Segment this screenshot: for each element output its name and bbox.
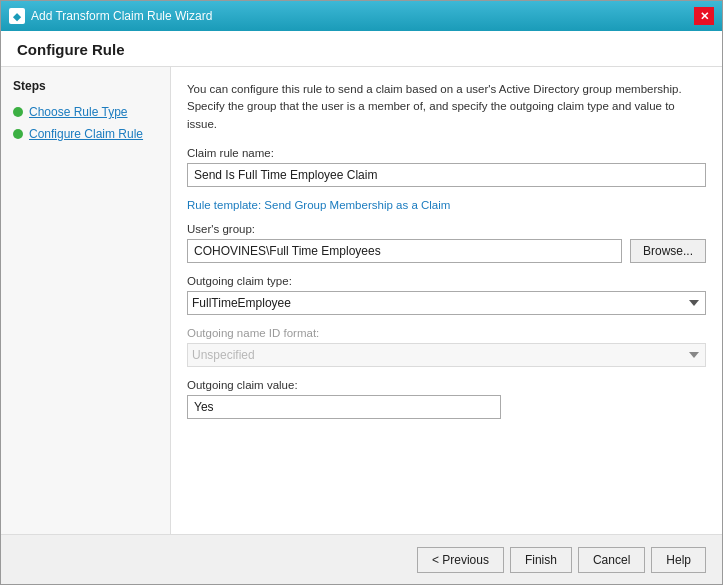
- app-icon: ◆: [9, 8, 25, 24]
- rule-template-prefix: Rule template:: [187, 199, 261, 211]
- outgoing-claim-value-group: Outgoing claim value:: [187, 379, 706, 419]
- title-bar: ◆ Add Transform Claim Rule Wizard ✕: [1, 1, 722, 31]
- outgoing-claim-type-select[interactable]: FullTimeEmployee: [187, 291, 706, 315]
- sidebar-item-label-configure-claim-rule: Configure Claim Rule: [29, 127, 143, 141]
- close-button[interactable]: ✕: [694, 7, 714, 25]
- page-title: Configure Rule: [17, 41, 706, 58]
- outgoing-name-id-format-select: Unspecified: [187, 343, 706, 367]
- rule-template-value: Send Group Membership as a Claim: [264, 199, 450, 211]
- claim-rule-name-label: Claim rule name:: [187, 147, 706, 159]
- help-button[interactable]: Help: [651, 547, 706, 573]
- cancel-button[interactable]: Cancel: [578, 547, 645, 573]
- users-group-label: User's group:: [187, 223, 706, 235]
- outgoing-name-id-format-group: Outgoing name ID format: Unspecified: [187, 327, 706, 367]
- step-dot-choose-rule-type: [13, 107, 23, 117]
- previous-button[interactable]: < Previous: [417, 547, 504, 573]
- finish-button[interactable]: Finish: [510, 547, 572, 573]
- sidebar-item-configure-claim-rule[interactable]: Configure Claim Rule: [1, 123, 170, 145]
- claim-rule-name-group: Claim rule name:: [187, 147, 706, 187]
- outgoing-claim-type-group: Outgoing claim type: FullTimeEmployee: [187, 275, 706, 315]
- browse-button[interactable]: Browse...: [630, 239, 706, 263]
- page-header: Configure Rule: [1, 31, 722, 67]
- sidebar-item-label-choose-rule-type: Choose Rule Type: [29, 105, 128, 119]
- steps-label: Steps: [1, 79, 170, 101]
- main-panel: You can configure this rule to send a cl…: [171, 67, 722, 534]
- step-dot-configure-claim-rule: [13, 129, 23, 139]
- rule-template-line: Rule template: Send Group Membership as …: [187, 199, 706, 211]
- title-bar-left: ◆ Add Transform Claim Rule Wizard: [9, 8, 212, 24]
- outgoing-claim-type-label: Outgoing claim type:: [187, 275, 706, 287]
- outgoing-claim-value-label: Outgoing claim value:: [187, 379, 706, 391]
- content-area: Steps Choose Rule Type Configure Claim R…: [1, 67, 722, 534]
- outgoing-name-id-format-label: Outgoing name ID format:: [187, 327, 706, 339]
- users-group-group: User's group: Browse...: [187, 223, 706, 263]
- description-text: You can configure this rule to send a cl…: [187, 81, 706, 133]
- sidebar-item-choose-rule-type[interactable]: Choose Rule Type: [1, 101, 170, 123]
- sidebar: Steps Choose Rule Type Configure Claim R…: [1, 67, 171, 534]
- footer: < Previous Finish Cancel Help: [1, 534, 722, 584]
- users-group-input[interactable]: [187, 239, 622, 263]
- main-window: ◆ Add Transform Claim Rule Wizard ✕ Conf…: [0, 0, 723, 585]
- window-title: Add Transform Claim Rule Wizard: [31, 9, 212, 23]
- outgoing-claim-value-input[interactable]: [187, 395, 501, 419]
- users-group-input-row: Browse...: [187, 239, 706, 263]
- claim-rule-name-input[interactable]: [187, 163, 706, 187]
